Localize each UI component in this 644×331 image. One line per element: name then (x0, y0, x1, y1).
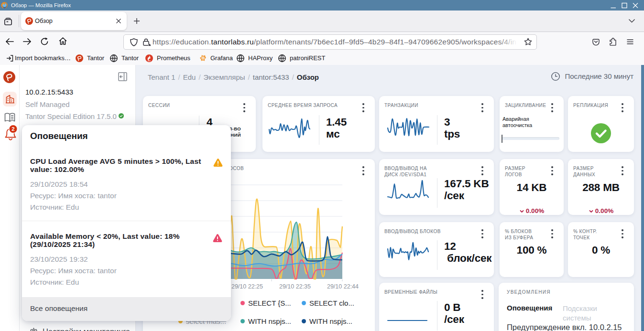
svg-text:2: 2 (11, 126, 14, 132)
